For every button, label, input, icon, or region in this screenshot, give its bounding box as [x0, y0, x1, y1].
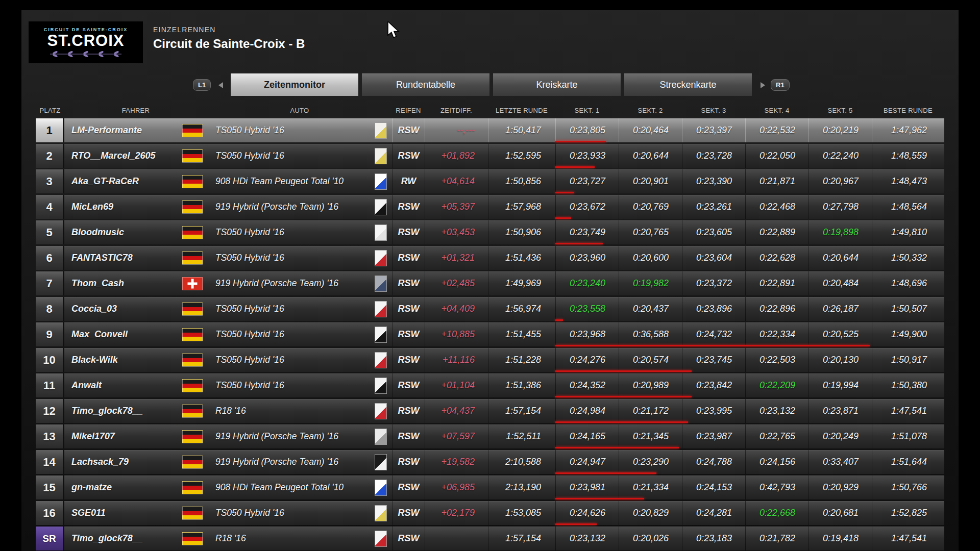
sector-5-time: 0:20,525: [808, 322, 872, 346]
position-number: 11: [36, 373, 64, 397]
timing-row-3[interactable]: 3Aka_GT-RaCeR908 HDi Team Peugeot Total …: [36, 169, 944, 193]
col-header-platz: PLATZ: [36, 104, 64, 117]
timing-row-11[interactable]: 11AnwaltTS050 Hybrid '16RSW+01,1041:51,3…: [36, 373, 944, 397]
time-gap: --,---: [425, 118, 488, 142]
sector-3-time: 0:23,390: [682, 169, 745, 193]
sector-2-time: 0:21,345: [619, 424, 682, 448]
col-header-sekt-1: SEKT. 1: [555, 104, 619, 117]
track-progress-bar: [555, 166, 595, 168]
driver-name: Bloodmusic: [64, 220, 178, 244]
last-lap-time: 1:49,969: [488, 271, 555, 295]
timing-row-12[interactable]: 12Timo_glock78__R18 '16RSW+04,4371:57,15…: [36, 399, 944, 423]
last-lap-time: 1:50,906: [488, 220, 555, 244]
sector-4-time: 0:42,793: [745, 475, 808, 499]
flag-de-icon: [182, 354, 203, 367]
timing-row-13[interactable]: 13Mikel1707919 Hybrid (Porsche Team) '16…: [36, 424, 944, 448]
timing-row-6[interactable]: 6FANTASTIC78TS050 Hybrid '16RSW+01,3211:…: [36, 246, 944, 270]
country-flag: [178, 501, 207, 525]
flag-de-icon: [182, 532, 203, 545]
flag-de-icon: [182, 405, 203, 418]
sector-1-time: 0:23,558: [555, 297, 619, 321]
time-gap: +01,892: [425, 144, 488, 168]
sector-3-time: 0:23,372: [682, 271, 745, 295]
livery-swatch-icon: [375, 531, 387, 547]
driver-name: RTO__Marcel_2605: [64, 144, 178, 168]
timing-row-8[interactable]: 8Coccia_03TS050 Hybrid '16RSW+04,4091:56…: [36, 297, 944, 321]
timing-row-1[interactable]: 1LM-PerformanteTS050 Hybrid '16RSW--,---…: [36, 118, 944, 142]
driver-name: Anwalt: [64, 373, 178, 397]
col-header-zeitdiff: ZEITDIFF.: [425, 104, 488, 117]
last-lap-time: 1:50,856: [488, 169, 555, 193]
col-header-sekt-2: SEKT. 2: [619, 104, 682, 117]
car-name: TS050 Hybrid '16: [207, 501, 370, 525]
tire-compound: RSW: [392, 450, 425, 474]
best-lap-time: 1:49,810: [872, 220, 944, 244]
last-lap-time: 1:51,455: [488, 322, 555, 346]
sector-2-time: 0:20,574: [619, 348, 682, 372]
sector-2-time: 0:20,769: [619, 195, 682, 219]
tire-compound: RSW: [392, 424, 425, 448]
sector-3-time: 0:23,745: [682, 348, 745, 372]
timing-row-10[interactable]: 10Black-WilkTS050 Hybrid '16RSW+11,1161:…: [36, 348, 944, 372]
timing-row-2[interactable]: 2RTO__Marcel_2605TS050 Hybrid '16RSW+01,…: [36, 144, 944, 168]
track-progress-bar: [555, 396, 692, 397]
livery-swatch-icon: [375, 122, 387, 139]
sector-1-time: 0:23,749: [555, 220, 619, 244]
sector-2-time: 0:20,989: [619, 373, 682, 397]
sector-3-time: 0:23,896: [682, 297, 745, 321]
best-lap-time: 1:50,766: [872, 475, 944, 499]
country-flag: [178, 220, 207, 244]
last-lap-time: 1:51,228: [488, 348, 555, 372]
track-progress-bar: [555, 498, 644, 499]
timing-row-7[interactable]: 7Thom_Cash919 Hybrid (Porsche Team) '16R…: [36, 271, 944, 295]
tab-zeitenmonitor[interactable]: Zeitenmonitor: [231, 73, 358, 96]
timing-row-sr[interactable]: SRTimo_glock78__R18 '16RSW1:57,1540:23,1…: [36, 527, 944, 550]
track-progress-bar: [555, 243, 603, 244]
time-gap: +07,597: [425, 424, 488, 448]
flag-de-icon: [182, 507, 203, 520]
timing-table-body: 1LM-PerformanteTS050 Hybrid '16RSW--,---…: [36, 118, 944, 551]
car-livery: [370, 348, 392, 372]
car-name: R18 '16: [207, 527, 370, 550]
sector-4-time: 0:21,871: [745, 169, 808, 193]
timing-row-5[interactable]: 5BloodmusicTS050 Hybrid '16RSW+03,4531:5…: [36, 220, 944, 244]
track-progress-bar: [555, 447, 679, 448]
sector-2-time: 0:21,334: [619, 475, 682, 499]
sector-4-time: 0:22,889: [745, 220, 808, 244]
sector-4-time: 0:21,782: [745, 527, 808, 550]
track-progress-bar: [555, 319, 563, 321]
last-lap-time: 1:53,085: [488, 501, 555, 525]
position-number: 5: [36, 220, 64, 244]
flag-de-icon: [182, 430, 203, 443]
track-logo: CIRCUIT DE SAINTE-CROIX ST.CROIX: [29, 21, 143, 63]
timing-row-9[interactable]: 9Max_ConvellTS050 Hybrid '16RSW+10,8851:…: [36, 322, 944, 346]
l1-bumper-button[interactable]: L1: [193, 79, 211, 91]
tab-kreiskarte[interactable]: Kreiskarte: [493, 73, 621, 96]
tire-compound: RSW: [392, 501, 425, 525]
car-name: TS050 Hybrid '16: [207, 373, 370, 397]
sector-5-time: 0:20,967: [808, 169, 872, 193]
r1-bumper-button[interactable]: R1: [771, 79, 790, 91]
car-livery: [370, 322, 392, 346]
timing-row-15[interactable]: 15gn-matze908 HDi Team Peugeot Total '10…: [36, 475, 944, 499]
car-livery: [370, 118, 392, 142]
position-number: 1: [36, 118, 64, 142]
timing-row-16[interactable]: 16SGE011TS050 Hybrid '16RSW+02,1791:53,0…: [36, 501, 944, 525]
timing-row-4[interactable]: 4MicLen69919 Hybrid (Porsche Team) '16RS…: [36, 195, 944, 219]
timing-row-14[interactable]: 14Lachsack_79919 Hybrid (Porsche Team) '…: [36, 450, 944, 474]
driver-name: SGE011: [64, 501, 178, 525]
tab-rundentabelle[interactable]: Rundentabelle: [362, 73, 489, 96]
position-number: SR: [36, 527, 64, 550]
page-title: Circuit de Sainte-Croix - B: [153, 37, 305, 51]
flag-de-icon: [182, 303, 203, 316]
lavender-sprig-icon: [47, 51, 124, 58]
best-lap-time: 1:48,564: [872, 195, 944, 219]
country-flag: [178, 246, 207, 270]
country-flag: [178, 424, 207, 448]
sector-1-time: 0:23,981: [555, 475, 619, 499]
sector-5-time: 0:20,130: [808, 348, 872, 372]
tab-streckenkarte[interactable]: Streckenkarte: [624, 73, 752, 96]
mouse-cursor: [387, 21, 402, 39]
sector-1-time: 0:23,968: [555, 322, 619, 346]
tire-compound: RSW: [392, 399, 425, 423]
